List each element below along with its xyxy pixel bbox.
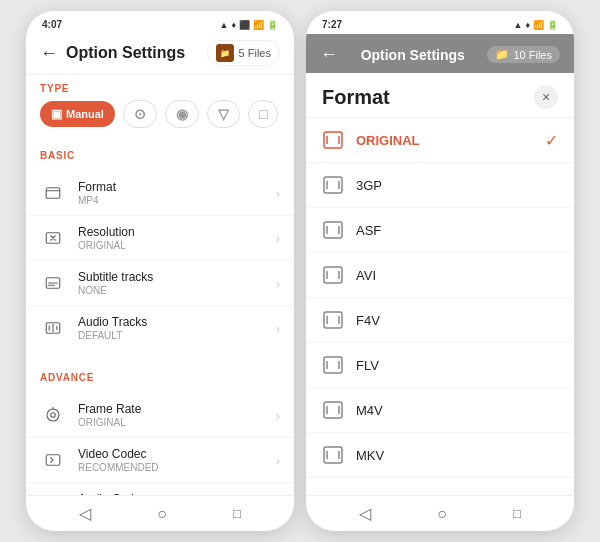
format-avi[interactable]: AVI <box>306 253 574 298</box>
audio-tracks-name: Audio Tracks <box>78 315 147 329</box>
close-button[interactable]: × <box>534 85 558 109</box>
video-codec-item[interactable]: Video Codec RECOMMENDED › <box>26 438 294 483</box>
3gp-icon <box>322 174 344 196</box>
format-header: Format × <box>306 73 574 118</box>
resolution-name: Resolution <box>78 225 135 239</box>
format-name: Format <box>78 180 116 194</box>
time-left: 4:07 <box>42 19 62 30</box>
format-3gp[interactable]: 3GP <box>306 163 574 208</box>
dialog-header: ← Option Settings 📁 10 Files <box>306 34 574 73</box>
svg-point-11 <box>51 413 56 418</box>
resolution-value: ORIGINAL <box>78 240 135 251</box>
video-codec-icon <box>40 447 66 473</box>
manual-icon: ▣ <box>51 107 62 121</box>
framerate-item[interactable]: Frame Rate ORIGINAL › <box>26 393 294 438</box>
subtitle-item[interactable]: Subtitle tracks NONE › <box>26 261 294 306</box>
back-button-left[interactable]: ← <box>40 43 58 64</box>
app-title-left: Option Settings <box>66 44 185 62</box>
dialog-files-badge: 📁 10 Files <box>487 46 560 63</box>
dialog-back-button[interactable]: ← <box>320 44 338 65</box>
basic-label: BASIC <box>40 150 280 161</box>
format-item[interactable]: Format MP4 › <box>26 171 294 216</box>
svg-rect-0 <box>46 188 60 199</box>
asf-icon <box>322 219 344 241</box>
nav-recent-icon[interactable]: □ <box>233 506 241 521</box>
avi-icon <box>322 264 344 286</box>
format-avi-name: AVI <box>356 268 376 283</box>
original-icon <box>322 129 344 151</box>
framerate-value: ORIGINAL <box>78 417 141 428</box>
format-flv-name: FLV <box>356 358 379 373</box>
files-badge-left: 📁 5 Files <box>207 40 280 66</box>
format-3gp-name: 3GP <box>356 178 382 193</box>
type-icon-2: ◉ <box>176 106 188 122</box>
type-icon-1: ⊙ <box>134 106 146 122</box>
f4v-icon <box>322 309 344 331</box>
audio-tracks-item[interactable]: Audio Tracks DEFAULT › <box>26 306 294 350</box>
app-header-left: ← Option Settings 📁 5 Files <box>26 34 294 75</box>
phone-nav-right: ◁ ○ □ <box>306 495 574 531</box>
nav-back-icon-right[interactable]: ◁ <box>359 504 371 523</box>
resolution-icon <box>40 225 66 251</box>
resolution-chevron: › <box>276 231 280 246</box>
left-phone: 4:07 ▲♦⬛📶🔋 ← Option Settings 📁 5 Files T… <box>26 11 294 531</box>
video-codec-value: RECOMMENDED <box>78 462 159 473</box>
audio-tracks-icon <box>40 315 66 341</box>
basic-section: BASIC Format MP4 › <box>26 134 294 356</box>
nav-back-icon[interactable]: ◁ <box>79 504 91 523</box>
format-flv[interactable]: FLV <box>306 343 574 388</box>
manual-label: Manual <box>66 108 104 120</box>
framerate-chevron: › <box>276 408 280 423</box>
advance-label: ADVANCE <box>40 372 280 383</box>
type-label: TYPE <box>40 83 280 94</box>
audio-tracks-chevron: › <box>276 321 280 336</box>
format-f4v-name: F4V <box>356 313 380 328</box>
video-codec-name: Video Codec <box>78 447 159 461</box>
status-icons-left: ▲♦⬛📶🔋 <box>219 20 278 30</box>
format-original-check: ✓ <box>545 131 558 150</box>
subtitle-chevron: › <box>276 276 280 291</box>
format-dialog-title: Format <box>322 86 390 109</box>
status-bar-left: 4:07 ▲♦⬛📶🔋 <box>26 11 294 34</box>
framerate-icon <box>40 402 66 428</box>
format-m4v-name: M4V <box>356 403 383 418</box>
type-btn-1[interactable]: ⊙ <box>123 100 157 128</box>
subtitle-value: NONE <box>78 285 153 296</box>
framerate-name: Frame Rate <box>78 402 141 416</box>
audio-codec-item[interactable]: Audio Codec RECOMMENDED › <box>26 483 294 495</box>
format-original[interactable]: ORIGINAL ✓ <box>306 118 574 163</box>
type-manual-btn[interactable]: ▣ Manual <box>40 101 115 127</box>
format-mov[interactable]: MOV <box>306 478 574 495</box>
advance-section: ADVANCE Frame Rate ORIGINAL › <box>26 356 294 495</box>
flv-icon <box>322 354 344 376</box>
format-f4v[interactable]: F4V <box>306 298 574 343</box>
time-right: 7:27 <box>322 19 342 30</box>
dialog-files-icon: 📁 <box>495 48 509 61</box>
nav-home-icon[interactable]: ○ <box>157 505 167 523</box>
format-m4v[interactable]: M4V <box>306 388 574 433</box>
format-icon <box>40 180 66 206</box>
type-selector: ▣ Manual ⊙ ◉ ▽ □ ⊞ <box>40 100 280 128</box>
format-asf-name: ASF <box>356 223 381 238</box>
format-value: MP4 <box>78 195 116 206</box>
type-icon-3: ▽ <box>218 106 229 122</box>
nav-home-icon-right[interactable]: ○ <box>437 505 447 523</box>
type-btn-4[interactable]: □ <box>248 100 278 128</box>
status-bar-right: 7:27 ▲♦📶🔋 <box>306 11 574 34</box>
type-btn-3[interactable]: ▽ <box>207 100 240 128</box>
format-mkv-name: MKV <box>356 448 384 463</box>
video-codec-chevron: › <box>276 453 280 468</box>
format-chevron: › <box>276 186 280 201</box>
mkv-icon <box>322 444 344 466</box>
subtitle-icon <box>40 270 66 296</box>
status-icons-right: ▲♦📶🔋 <box>513 20 558 30</box>
format-mkv[interactable]: MKV <box>306 433 574 478</box>
type-btn-2[interactable]: ◉ <box>165 100 199 128</box>
resolution-item[interactable]: Resolution ORIGINAL › <box>26 216 294 261</box>
phone-nav-left: ◁ ○ □ <box>26 495 294 531</box>
type-icon-4: □ <box>259 106 267 122</box>
format-asf[interactable]: ASF <box>306 208 574 253</box>
dialog-header-title: Option Settings <box>361 47 465 63</box>
m4v-icon <box>322 399 344 421</box>
nav-recent-icon-right[interactable]: □ <box>513 506 521 521</box>
